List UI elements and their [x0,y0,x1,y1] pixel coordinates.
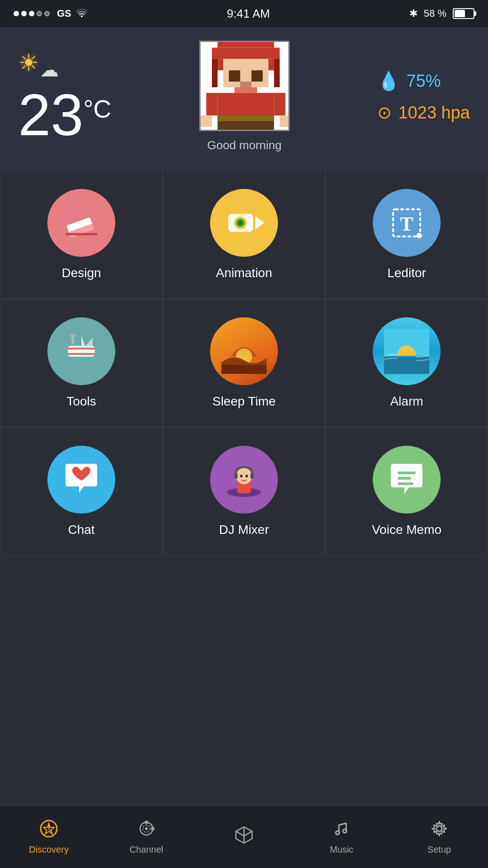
animation-icon-circle [210,189,278,257]
discovery-label: Discovery [29,844,69,855]
signal-dot-5 [44,11,50,16]
voicememo-label: Voice Memo [372,523,441,537]
app-sleeptime[interactable]: Sleep Time [163,299,325,427]
nav-channel[interactable]: Channel [98,820,195,855]
signal-dot-4 [37,11,42,16]
app-djmixer[interactable]: DJ Mixer [163,427,325,556]
music-label: Music [330,844,353,855]
svg-rect-13 [217,116,274,122]
wifi-icon [76,8,88,19]
app-leditor[interactable]: T Leditor [325,170,488,299]
nav-box[interactable] [195,825,293,849]
nav-setup[interactable]: Setup [390,820,488,855]
alarm-label: Alarm [390,394,423,409]
status-bar: GS 9:41 AM ✱ 58 % [0,0,488,27]
svg-point-29 [417,233,422,238]
svg-rect-12 [274,93,285,116]
humidity-icon: 💧 [377,71,400,92]
svg-point-43 [236,468,252,484]
status-right: ✱ 58 % [409,8,474,19]
greeting-text: Good morning [207,138,282,152]
humidity-stat: 💧 75% [377,71,441,92]
svg-text:T: T [400,213,413,235]
signal-dot-3 [29,11,34,16]
svg-rect-50 [398,482,413,485]
svg-rect-31 [68,348,95,349]
temperature: 23 [18,85,84,144]
chat-label: Chat [68,523,94,537]
svg-rect-49 [398,477,411,480]
channel-icon [137,820,155,842]
design-label: Design [61,266,101,280]
svg-rect-45 [250,473,254,479]
svg-point-47 [245,475,248,477]
app-animation[interactable]: Animation [163,170,325,299]
pressure-icon: ⊙ [377,103,392,123]
signal-dot-1 [14,11,19,16]
setup-icon [430,820,448,842]
status-left: GS [14,8,88,19]
music-icon [333,820,351,842]
svg-point-56 [145,827,148,830]
bluetooth-icon: ✱ [409,8,418,19]
tools-label: Tools [66,394,96,409]
svg-rect-9 [235,87,257,93]
setup-label: Setup [427,844,451,855]
app-grid: Design Animation [0,170,488,556]
djmixer-label: DJ Mixer [219,523,269,537]
svg-rect-39 [398,356,416,363]
chat-icon-circle [47,446,115,514]
signal-dots [14,11,50,16]
app-design[interactable]: Design [0,170,163,299]
svg-rect-14 [217,121,274,131]
svg-rect-16 [280,116,290,127]
app-tools[interactable]: Tools [0,299,163,427]
leditor-label: Leditor [387,266,426,280]
cloud-icon: ☁ [40,59,59,81]
discovery-icon [40,820,58,842]
battery-bar [453,8,474,19]
sleeptime-icon-circle [210,317,278,385]
svg-point-61 [343,829,347,833]
box-icon [234,825,254,849]
svg-rect-40 [384,355,429,357]
svg-rect-15 [201,116,212,127]
djmixer-icon-circle [210,446,278,514]
app-alarm[interactable]: Alarm [325,299,488,427]
carrier-label: GS [57,8,71,19]
humidity-value: 75% [406,71,441,91]
weather-right: 💧 75% ⊙ 1023 hpa [377,71,470,123]
nav-discovery[interactable]: Discovery [0,820,98,855]
svg-rect-7 [251,71,263,82]
leditor-icon-circle: T [373,189,441,257]
svg-rect-44 [234,473,238,479]
battery-fill [455,10,465,17]
animation-label: Animation [216,266,272,280]
sleeptime-label: Sleep Time [212,394,276,409]
weather-left: ☀ ☁ 23 °C [18,49,111,144]
bottom-nav: Discovery Channel [0,806,488,868]
svg-rect-30 [68,346,95,357]
svg-rect-17 [212,59,218,88]
svg-point-46 [240,475,243,477]
svg-rect-32 [68,353,95,355]
app-chat[interactable]: Chat [0,427,163,556]
temperature-unit: °C [84,94,112,123]
weather-icon: ☀ ☁ [18,49,59,81]
pressure-value: 1023 hpa [398,103,470,123]
status-time: 9:41 AM [227,7,270,21]
svg-rect-2 [212,48,280,59]
nav-music[interactable]: Music [293,820,390,855]
svg-point-25 [239,221,242,225]
app-voicememo[interactable]: Voice Memo [325,427,488,556]
svg-rect-35 [221,365,267,374]
voicememo-icon-circle [373,446,441,514]
pressure-stat: ⊙ 1023 hpa [377,103,470,123]
svg-rect-48 [398,472,416,474]
sun-icon: ☀ [18,49,39,76]
svg-rect-11 [206,93,217,116]
svg-point-60 [336,831,339,835]
design-icon-circle [47,189,115,257]
svg-rect-8 [240,82,251,88]
svg-rect-1 [217,42,274,48]
